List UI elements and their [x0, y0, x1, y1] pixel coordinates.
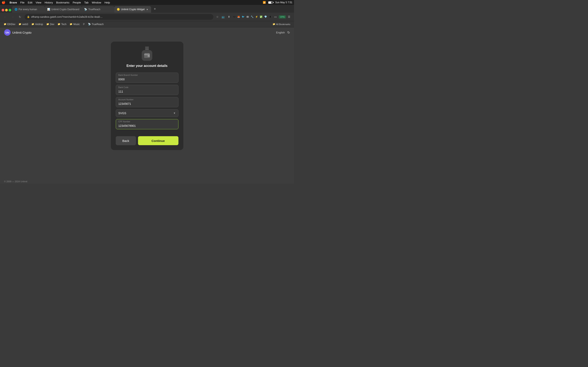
wallet-icon — [144, 53, 150, 58]
bank-branch-number-value: 0000 — [118, 78, 176, 81]
tab-truereach[interactable]: 📡 TrueReach — [82, 6, 114, 13]
tab-favicon-4: 🪙 — [117, 8, 120, 11]
ext-icon-1[interactable]: 🐦 — [241, 15, 245, 19]
back-button[interactable]: Back — [116, 136, 136, 145]
forward-button[interactable]: → — [10, 14, 16, 20]
reload-button[interactable]: ↻ — [17, 14, 23, 20]
bank-type-select[interactable]: SVGS ▼ — [116, 109, 178, 117]
menu-people[interactable]: People — [73, 1, 81, 4]
ext-icon-4[interactable]: ⚡ — [255, 15, 259, 19]
bookmark-dev[interactable]: 📁 Dev — [45, 22, 56, 26]
bookmark-label-ethddev: EthDev — [7, 23, 15, 26]
share-icon[interactable]: ⬆ — [226, 15, 231, 19]
address-input[interactable]: 🔒 offramp-sandbox.gatefi.com/?merchantId… — [25, 14, 213, 20]
footer-text: © 2009 — 2024 Unlimit — [4, 180, 27, 183]
bank-branch-number-field[interactable]: Bank Branch Number 0000 — [116, 73, 178, 83]
tab-favicon-1: 🌐 — [15, 8, 17, 11]
close-window-button[interactable] — [2, 9, 4, 11]
menu-bookmarks[interactable]: Bookmarks — [56, 1, 69, 4]
brand-logo: Un Unlimit Crypto — [4, 29, 31, 36]
continue-button[interactable]: Continue — [138, 136, 178, 145]
menu-help[interactable]: Help — [104, 1, 110, 4]
all-bookmarks-label: All Bookmarks — [276, 23, 290, 25]
folder-icon-tech: 📁 — [58, 23, 61, 25]
menu-icon[interactable]: ☰ — [287, 15, 292, 19]
folder-icon-web3: 📁 — [18, 23, 21, 25]
back-button[interactable]: ← — [2, 14, 8, 20]
tab-title-2: Unlimit Crypto Dashboard — [51, 8, 79, 11]
menu-bar: 🍎 Brave File Edit View History Bookmarks… — [0, 0, 294, 5]
page-header-right: English ↻ — [276, 31, 290, 34]
bank-code-value: 111 — [118, 90, 176, 93]
bookmark-ethddev[interactable]: 📁 EthDev — [2, 22, 17, 26]
tab-title-3: TrueReach — [88, 8, 112, 11]
svg-rect-1 — [144, 54, 150, 55]
tab-unlimit-dashboard[interactable]: 📊 Unlimit Crypto Dashboard — [45, 6, 82, 13]
tab-for-every-human[interactable]: 🌐 For every human — [12, 6, 45, 13]
bookmark-label-airdrop: Airdrop — [35, 23, 43, 26]
ext-icon-6[interactable]: 💎 — [264, 15, 268, 19]
language-selector[interactable]: English — [276, 31, 285, 34]
ext-icon-2[interactable]: 🦝 — [246, 15, 250, 19]
bookmark-label-music: Music — [73, 23, 80, 26]
new-tab-button[interactable]: + — [152, 6, 158, 12]
bookmark-label-dev: Dev — [50, 23, 54, 26]
widget-card: Enter your account details Bank Branch N… — [111, 42, 183, 150]
page-footer: © 2009 — 2024 Unlimit — [0, 179, 294, 184]
hamburger-line-1 — [145, 47, 149, 47]
bank-branch-number-group: Bank Branch Number 0000 — [116, 73, 178, 83]
vpn-badge[interactable]: VPN — [279, 15, 286, 18]
tab-unlimit-widget[interactable]: 🪙 Unlimit Crypto Widget ✕ — [114, 6, 151, 13]
minimize-window-button[interactable] — [5, 9, 8, 11]
apple-menu[interactable]: 🍎 — [2, 1, 6, 4]
ext-icon-5[interactable]: ✅ — [259, 15, 263, 19]
bank-branch-number-label: Bank Branch Number — [118, 74, 138, 76]
bookmark-truereach[interactable]: 📡 TrueReach — [87, 22, 105, 26]
bookmark-icon-p: P — [83, 23, 85, 26]
bookmark-star-icon[interactable]: ☆ — [215, 15, 220, 19]
tab-favicon-3: 📡 — [84, 8, 87, 11]
menu-view[interactable]: View — [36, 1, 42, 4]
refresh-button[interactable]: ↻ — [287, 31, 290, 34]
menu-window[interactable]: Window — [92, 1, 101, 4]
brand-initials: Un — [6, 31, 9, 34]
address-bar-actions: ☆ 📺 ⬆ 🛡 🦊 🐦 🦝 🔧 ⚡ ✅ 💎 ⬇ ▭ VPN ☰ — [215, 15, 292, 19]
bookmark-p[interactable]: P — [82, 22, 86, 26]
bookmark-airdrop[interactable]: 📁 Airdrop — [30, 22, 44, 26]
metamask-icon[interactable]: 🦊 — [237, 15, 241, 19]
shield-icon[interactable]: 🛡 — [232, 15, 236, 19]
bookmark-icon-truereach: 📡 — [88, 23, 91, 25]
bookmark-tech[interactable]: 📁 Tech — [56, 22, 68, 26]
all-bookmarks-button[interactable]: 📁 All Bookmarks — [271, 22, 292, 26]
menu-history[interactable]: History — [44, 1, 53, 4]
bank-code-group: Bank Code 111 — [116, 85, 178, 95]
cpf-number-field[interactable]: CPF Number 12345678901 — [116, 119, 178, 129]
bookmark-web3[interactable]: 📁 web3 — [17, 22, 29, 26]
bookmark-label-web3: web3 — [22, 23, 28, 26]
traffic-lights — [2, 9, 11, 13]
sidebar-icon[interactable]: ▭ — [273, 15, 278, 19]
lock-icon: 🔒 — [27, 16, 30, 18]
widget-menu-button[interactable] — [145, 47, 149, 50]
ext-icon-7[interactable]: ⬇ — [268, 15, 272, 19]
tab-close-button[interactable]: ✕ — [146, 8, 149, 11]
menu-edit[interactable]: Edit — [28, 1, 32, 4]
wallet-icon-wrapper — [142, 50, 152, 61]
bookmark-music[interactable]: 📁 Music — [68, 22, 81, 26]
cpf-number-value: 12345678901 — [118, 124, 176, 127]
page-main: Enter your account details Bank Branch N… — [0, 38, 294, 179]
bank-code-label: Bank Code — [118, 86, 129, 89]
menu-brave[interactable]: Brave — [9, 1, 17, 4]
folder-icon-airdrop: 📁 — [31, 23, 34, 25]
tab-favicon-2: 📊 — [47, 8, 50, 11]
bank-type-value: SVGS — [118, 111, 126, 115]
ext-icon-3[interactable]: 🔧 — [250, 15, 254, 19]
wifi-icon[interactable]: 📶 — [263, 1, 266, 4]
account-number-field[interactable]: Account Number 12345671 — [116, 97, 178, 107]
maximize-window-button[interactable] — [9, 9, 11, 11]
bank-code-field[interactable]: Bank Code 111 — [116, 85, 178, 95]
menu-file[interactable]: File — [20, 1, 25, 4]
screen-cast-icon[interactable]: 📺 — [221, 15, 226, 19]
menu-tab[interactable]: Tab — [84, 1, 88, 4]
tab-title-4: Unlimit Crypto Widget — [121, 8, 145, 11]
